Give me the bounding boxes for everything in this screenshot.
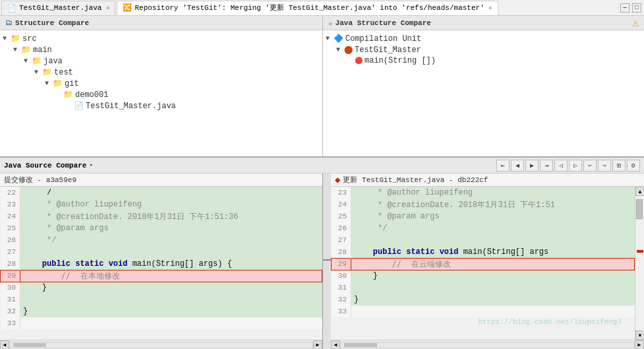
connector-area	[323, 174, 331, 349]
structure-compare-panel: 🗂 Structure Compare ▼ 📁 src ▼ 📁 main ▼ 📁…	[0, 16, 323, 156]
table-row: 26 */	[1, 234, 322, 246]
copy-right-btn[interactable]: ▷	[569, 160, 582, 172]
tree-item-test[interactable]: ▼ 📁 test	[3, 67, 320, 78]
cu-icon: 🔷	[334, 34, 343, 44]
source-compare-section: Java Source Compare ▾ ⇤ ◀ ▶ ⇥ ◁ ▷ ⇐ ⇒ ⊞ …	[0, 158, 644, 349]
maximize-button[interactable]: □	[632, 3, 641, 13]
source-left-table: 22 / 23 * @author liupeifeng 24 * @creat…	[0, 187, 322, 329]
source-right-title: 更新 TestGit_Master.java - db222cf	[343, 175, 488, 185]
tab2-close[interactable]: ✕	[488, 4, 492, 12]
code-cell: }	[20, 282, 322, 294]
code-cell: * @param args	[351, 210, 635, 222]
tab-bar: 📄 TestGit_Master.java ✕ 🔀 Repository 'Te…	[0, 0, 644, 16]
red-diff-marker	[637, 250, 643, 253]
line-number: 24	[1, 210, 20, 222]
table-row: 28 public static void main(String[] args	[332, 246, 635, 258]
source-left-panel: 提交修改 - a3a59e9 22 / 23 * @author liupeif…	[0, 174, 323, 349]
class-icon: ⬤	[344, 45, 353, 55]
scroll-down-btn[interactable]: ▼	[635, 331, 644, 340]
warning-icon: ⚠	[632, 16, 639, 30]
source-right-content: 23 * @author liupeifeng 24 * @creationDa…	[331, 187, 644, 340]
tab-merge[interactable]: 🔀 Repository 'TestGit': Merging '更新 Test…	[117, 1, 498, 15]
source-left-code[interactable]: 22 / 23 * @author liupeifeng 24 * @creat…	[0, 187, 322, 340]
tree-item-git[interactable]: ▼ 📁 git	[3, 78, 320, 89]
scroll-left-btn[interactable]: ◀	[0, 340, 9, 350]
line-number: 31	[332, 282, 351, 294]
nav-last-btn[interactable]: ⇥	[540, 160, 553, 172]
scroll-right-btn[interactable]: ▶	[313, 340, 322, 350]
folder-icon-test: 📁	[42, 67, 52, 77]
java-structure-compare-title: Java Structure Compare	[336, 19, 431, 27]
tab1-close[interactable]: ✕	[105, 4, 109, 12]
source-right-scrollbar-h[interactable]: ◀ ▶	[331, 340, 644, 349]
scroll-track-h-r[interactable]	[340, 342, 635, 348]
line-number: 32	[1, 305, 20, 317]
method-conflict-icon: 🔴	[355, 57, 363, 65]
tab1-label: TestGit_Master.java	[19, 4, 102, 12]
source-left-scrollbar-h[interactable]: ◀ ▶	[0, 340, 322, 349]
settings-btn[interactable]: ⚙	[627, 160, 640, 172]
scroll-track-h[interactable]	[9, 342, 313, 348]
code-cell: * @author liupeifeng	[351, 187, 635, 199]
code-cell: */	[351, 222, 635, 234]
table-row: 23 * @author liupeifeng	[1, 199, 322, 210]
tree-item-main[interactable]: ▼ 📁 main	[3, 44, 320, 55]
line-number: 33	[1, 317, 20, 329]
table-row: 30 }	[332, 270, 635, 282]
nav-first-btn[interactable]: ⇤	[496, 160, 510, 172]
copy-all-right-btn[interactable]: ⇒	[598, 160, 611, 172]
tab-testgit-java[interactable]: 📄 TestGit_Master.java ✕	[1, 1, 115, 15]
nav-prev-btn[interactable]: ◀	[511, 160, 524, 172]
minimize-button[interactable]: ─	[620, 3, 629, 13]
structure-compare-title: Structure Compare	[15, 19, 89, 27]
tab2-label: Repository 'TestGit': Merging '更新 TestGi…	[134, 3, 484, 13]
tree-item-src[interactable]: ▼ 📁 src	[3, 33, 320, 44]
code-cell: * @author liupeifeng	[20, 199, 322, 210]
expand-btn[interactable]: ⊞	[612, 160, 626, 172]
source-right-code[interactable]: 23 * @author liupeifeng 24 * @creationDa…	[331, 187, 635, 340]
tree-item-compilation-unit[interactable]: ▼ 🔷 Compilation Unit	[326, 33, 641, 44]
table-row: 27	[332, 234, 635, 246]
table-row: 33	[332, 305, 635, 317]
line-number: 23	[1, 199, 20, 210]
vertical-scrollbar[interactable]: ▲ ▼	[635, 187, 644, 340]
structure-compare-header: 🗂 Structure Compare	[0, 16, 322, 30]
code-cell: * @param args	[20, 222, 322, 234]
code-cell	[351, 305, 635, 317]
tree-item-main-method[interactable]: 🔴 main(String [])	[326, 55, 641, 66]
table-row: 23 * @author liupeifeng	[332, 187, 635, 199]
table-row: 27	[1, 246, 322, 258]
copy-all-left-btn[interactable]: ⇐	[583, 160, 597, 172]
table-row: 25 * @param args	[1, 222, 322, 234]
arrow-test: ▼	[34, 69, 42, 76]
folder-icon-main: 📁	[21, 45, 31, 55]
line-number: 27	[1, 246, 20, 258]
structure-tree: ▼ 📁 src ▼ 📁 main ▼ 📁 java ▼ 📁 test	[0, 30, 322, 156]
tree-item-testgit-master-class[interactable]: ▼ ⬤ TestGit_Master	[326, 44, 641, 55]
line-number: 25	[1, 222, 20, 234]
table-row: 24 * @creationDate. 2018年1月31日 下午1:51:36	[1, 210, 322, 222]
line-number: 30	[332, 270, 351, 282]
line-number: 25	[332, 210, 351, 222]
scroll-up-btn[interactable]: ▲	[635, 187, 644, 196]
arrow-cu: ▼	[326, 35, 334, 42]
scroll-right-btn-r[interactable]: ▶	[635, 340, 644, 350]
tree-label-main: main	[33, 46, 52, 55]
line-number: 23	[332, 187, 351, 199]
tree-item-testgit-file[interactable]: 📄 TestGit_Master.java	[3, 100, 320, 111]
source-compare-dropdown[interactable]: ▾	[89, 162, 92, 169]
tree-label-demo001: demo001	[75, 90, 108, 100]
tree-label-git: git	[65, 79, 79, 88]
table-row: 25 * @param args	[332, 210, 635, 222]
tree-item-demo001[interactable]: 📁 demo001	[3, 89, 320, 100]
nav-next-btn[interactable]: ▶	[525, 160, 539, 172]
scroll-track-v[interactable]	[635, 196, 644, 331]
tree-label-method: main(String [])	[365, 56, 436, 65]
copy-left-btn[interactable]: ◁	[554, 160, 568, 172]
scroll-thumb-h	[13, 343, 46, 347]
table-row: 32 }	[1, 305, 322, 317]
tree-item-java[interactable]: ▼ 📁 java	[3, 55, 320, 67]
code-cell: }	[351, 294, 635, 305]
scroll-left-btn-r[interactable]: ◀	[331, 340, 340, 350]
java-file-icon: 📄	[7, 4, 16, 13]
